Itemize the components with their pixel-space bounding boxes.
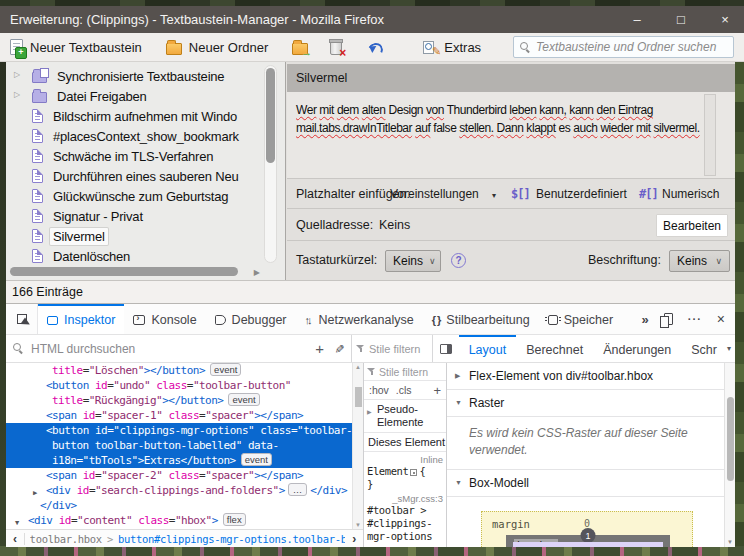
html-search-input[interactable] (31, 342, 305, 356)
pseudo-class-toggle[interactable]: :hov (369, 384, 389, 396)
grid-section-expander[interactable]: ▼ Raster (447, 390, 735, 417)
tree-item[interactable]: Glückwünsche zum Geburtstag (6, 186, 285, 206)
breadcrumb-back-icon[interactable]: ‹ (11, 532, 19, 546)
tree-item[interactable]: Durchführen eines sauberen Neu (6, 166, 285, 186)
more-tabs-icon[interactable]: » (642, 312, 649, 327)
tree-item[interactable]: ▷Synchronisierte Textbausteine (6, 66, 285, 86)
breadcrumb-item[interactable]: button#clippings-mgr-options.toolbar-but… (118, 533, 345, 545)
minimize-button[interactable]: – (630, 12, 644, 27)
settings-menu-icon[interactable]: ··· (688, 313, 702, 325)
markup-line[interactable]: title="Löschen"></button>event (6, 363, 352, 378)
tree-item[interactable]: Signatur - Privat (6, 206, 285, 226)
event-badge[interactable]: event (241, 453, 272, 466)
help-icon[interactable]: ? (451, 253, 466, 268)
devtools-tab-debugger[interactable]: Debugger (206, 304, 296, 334)
custom-placeholder-icon[interactable]: $[] (511, 187, 530, 201)
breadcrumb-item[interactable]: toolbar.hbox (30, 533, 102, 545)
devtools-close-icon[interactable]: × (717, 311, 725, 327)
event-badge[interactable]: event (228, 393, 259, 406)
markup-line[interactable]: <button id="undo" class="toolbar-button" (6, 378, 352, 393)
new-folder-button[interactable]: Neuer Ordner (166, 40, 268, 55)
markup-line[interactable]: button toolbar-button-labelled" data- (6, 438, 352, 453)
add-rule-button[interactable]: + (433, 383, 441, 398)
markup-line[interactable]: <button id="clippings-mgr-options" class… (6, 423, 352, 438)
devtools-tab-inspector[interactable]: Inspektor (38, 304, 124, 334)
collapse-icon[interactable]: ▼ (15, 516, 19, 529)
markup-line[interactable]: <span id="spacer-2" class="spacer"></spa… (6, 468, 352, 483)
content-scrollbar[interactable] (704, 94, 716, 176)
inspector-toolbar: + ✎ LayoutBerechnetÄnderungenSchr ▾ (6, 335, 735, 363)
devtools-tab-styleeditor[interactable]: { }Stilbearbeitung (423, 304, 539, 334)
numeric-placeholder-icon[interactable]: #[] (639, 187, 658, 201)
move-to-folder-icon[interactable] (292, 43, 308, 55)
markup-line[interactable]: </div> (6, 498, 352, 513)
flex-section-expander[interactable]: ▶ Flex-Element von div#toolbar.hbox (447, 363, 735, 390)
event-badge[interactable]: event (210, 363, 241, 376)
inline-style-source-link[interactable]: Inline (364, 452, 446, 465)
flex-section-label: Flex-Element von div#toolbar.hbox (469, 369, 653, 383)
sidebar-tab-änderungen[interactable]: Änderungen (593, 335, 681, 362)
devtools-tab-console[interactable]: Konsole (124, 304, 205, 334)
sidebar-tabs-dropdown-icon[interactable]: ▾ (727, 335, 735, 362)
tree-item-label: Schwäche im TLS-Verfahren (50, 148, 216, 165)
breadcrumb-forward-icon[interactable]: › (350, 532, 358, 546)
caption-select[interactable]: Keins ∨ (669, 250, 730, 272)
clipping-name-field[interactable]: Silvermel (287, 64, 735, 92)
border-top-value[interactable]: 1 (581, 528, 596, 543)
shortcut-select[interactable]: Keins ∨ (385, 250, 441, 272)
pseudo-elements-expander[interactable]: ▶ Pseudo-Elemente (364, 400, 446, 433)
clipping-icon (32, 189, 43, 203)
presets-dropdown[interactable]: Voreinstellungen (390, 187, 479, 201)
extras-button[interactable]: Extras (423, 40, 481, 55)
edit-source-button[interactable]: Bearbeiten (656, 214, 728, 237)
close-button[interactable]: × (718, 12, 732, 27)
markup-scrollbar[interactable]: ▲ ▼ (352, 363, 363, 529)
expander-icon[interactable]: ▷ (14, 71, 20, 79)
tree-vertical-scrollbar[interactable] (264, 65, 277, 263)
markup-line[interactable]: i18n="tbTools">Extras</button>event (6, 453, 352, 468)
event-badge[interactable]: flex (223, 513, 246, 526)
tree-item[interactable]: Datenlöschen (6, 246, 285, 266)
clippings-search-input[interactable] (536, 40, 727, 54)
devtools-tab-memory[interactable]: Speicher (539, 304, 622, 334)
custom-placeholder-button[interactable]: Benutzerdefiniert (536, 187, 627, 201)
tree-item[interactable]: ▷Datei Freigaben (6, 86, 285, 106)
numeric-placeholder-button[interactable]: Numerisch (662, 187, 719, 201)
tree-item[interactable]: Bildschirm aufnehmen mit Windo (6, 106, 285, 126)
pick-element-button[interactable] (6, 304, 38, 334)
tree-item[interactable]: Schwäche im TLS-Verfahren (6, 146, 285, 166)
devtools-tab-network[interactable]: ↑↓Netzwerkanalyse (296, 304, 423, 334)
markup-line[interactable]: <span id="spacer-1" class="spacer"></spa… (6, 408, 352, 423)
sidebar-toggle-button[interactable] (433, 335, 459, 362)
stylesheet-source-link[interactable]: _sMgr.css:3 (364, 491, 446, 504)
responsive-mode-icon[interactable] (664, 313, 673, 325)
sidebar-tab-schr[interactable]: Schr (681, 335, 727, 362)
presets-dropdown-arrow[interactable]: ▾ (492, 191, 496, 200)
class-toggle[interactable]: .cls (396, 384, 412, 396)
code-token: "toolbar-button" (193, 379, 291, 392)
memory-icon (548, 315, 558, 325)
new-clipping-button[interactable]: Neuer Textbaustein (10, 39, 142, 55)
expand-inline-badge[interactable]: … (288, 483, 308, 496)
delete-icon[interactable] (330, 41, 342, 55)
eyedropper-icon[interactable]: ✎ (332, 343, 346, 353)
code-token: > (279, 484, 285, 497)
boxmodel-section-expander[interactable]: ▼ Box-Modell (447, 470, 735, 497)
markup-line[interactable]: ▼<div id="content" class="hbox">flex (6, 513, 352, 528)
tree-item[interactable]: Silvermel (6, 226, 285, 246)
sidebar-tab-berechnet[interactable]: Berechnet (516, 335, 593, 362)
markup-line[interactable]: ▶<div id="search-clippings-and-folders">… (6, 483, 352, 498)
rules-filter[interactable]: Stile filtern (364, 363, 446, 381)
tree-horizontal-scrollbar[interactable]: ▶ (10, 266, 260, 277)
sidebar-tab-layout[interactable]: Layout (459, 335, 517, 362)
maximize-button[interactable]: □ (674, 12, 688, 27)
markup-line[interactable]: title="Rückgängig"></button>event (6, 393, 352, 408)
layout-panel-scrollbar[interactable]: ▼ (724, 363, 735, 547)
clipping-content-editor[interactable]: Wer mit dem alten Design von Thunderbird… (287, 92, 735, 178)
tree-item[interactable]: #placesContext_show_bookmark (6, 126, 285, 146)
highlight-target-icon[interactable] (410, 469, 417, 476)
add-node-icon[interactable]: + (312, 340, 327, 357)
style-filter-input[interactable] (369, 343, 425, 355)
expander-icon[interactable]: ▷ (14, 91, 20, 99)
undo-icon[interactable] (366, 41, 381, 54)
